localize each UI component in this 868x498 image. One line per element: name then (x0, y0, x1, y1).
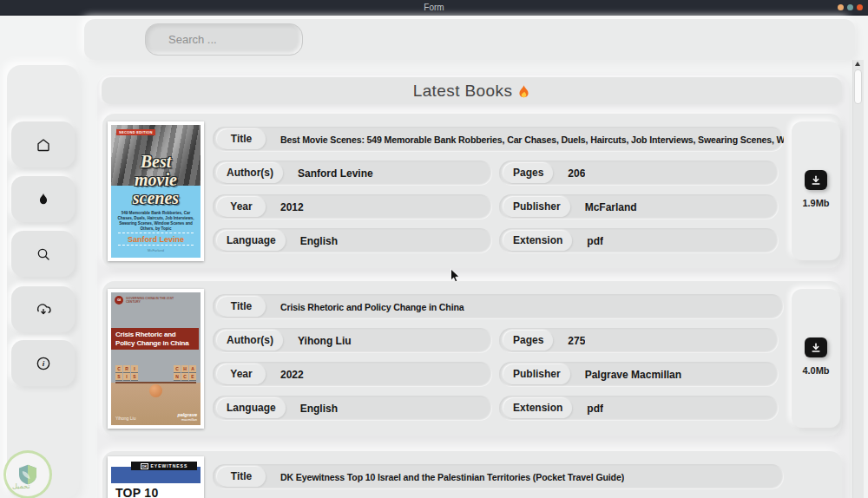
field-label: Publisher (503, 197, 570, 217)
book-cover: GI GOVERNING CHINA IN THE 21ST CENTURY C… (108, 289, 204, 429)
download-panel: 4.0Mb (792, 289, 840, 428)
field-label: Language (217, 398, 286, 418)
publisher-logo: palgrave macmillan (177, 413, 197, 422)
flame-emoji-icon (517, 84, 530, 98)
seesaw (115, 382, 196, 383)
book-card: GI GOVERNING CHINA IN THE 21ST CENTURY C… (102, 281, 842, 436)
minimize-button[interactable] (838, 4, 844, 10)
field-label: Author(s) (217, 163, 283, 183)
search-icon (35, 246, 52, 263)
download-button[interactable] (805, 337, 827, 357)
info-icon: i (35, 355, 52, 372)
download-icon (810, 174, 822, 187)
field-label: Pages (503, 331, 553, 351)
field-row-pages: Pages 275 (499, 328, 779, 353)
dk-eyewitness-logo: DK EYEWITNESS (131, 462, 197, 470)
page-title-bar: Latest Books (102, 77, 842, 104)
download-panel: 1.9Mb (792, 121, 840, 260)
home-icon (35, 136, 52, 154)
field-label: Pages (503, 163, 553, 183)
cover-title: Crisis Rhetoric andPolicy Change in Chin… (111, 328, 199, 350)
sidebar: i (7, 65, 79, 498)
close-button[interactable] (857, 4, 863, 10)
download-button[interactable] (805, 170, 827, 190)
field-row-authors: Author(s) Yihong Liu (213, 328, 492, 353)
field-label: Year (217, 197, 266, 217)
svg-text:i: i (42, 359, 44, 368)
sidebar-item-search[interactable] (11, 231, 75, 277)
field-value-publisher: McFarland (585, 201, 637, 213)
book-cover: SECOND EDITION Bestmoviescenes 549 Memor… (108, 121, 204, 261)
download-icon (810, 342, 822, 354)
field-value-title: Crisis Rhetoric and Policy Change in Chi… (280, 302, 464, 312)
search-input[interactable] (145, 23, 303, 56)
field-row-pages: Pages 206 (499, 161, 779, 186)
field-row-publisher: Publisher Palgrave Macmillan (499, 362, 779, 387)
file-size: 4.0Mb (792, 365, 840, 376)
field-label: Title (217, 467, 266, 487)
cover-edition-ribbon: SECOND EDITION (116, 129, 155, 135)
field-value-authors: Yihong Liu (298, 335, 352, 347)
field-value-year: 2022 (280, 369, 304, 381)
cover-title: Bestmoviescenes (111, 153, 201, 207)
scrollbar-track[interactable] (852, 60, 864, 498)
field-value-language: English (300, 235, 338, 247)
maximize-button[interactable] (847, 4, 853, 10)
field-label: Title (217, 297, 266, 317)
letter-tiles-chance: CHA NCE (174, 365, 196, 380)
titlebar: Form (0, 0, 868, 16)
field-value-pages: 206 (568, 167, 585, 180)
field-value-authors: Sanford Levine (298, 167, 373, 180)
book-card: SECOND EDITION Bestmoviescenes 549 Memor… (102, 114, 842, 268)
field-label: Extension (503, 398, 572, 418)
field-value-year: 2012 (280, 201, 304, 213)
field-value-extension: pdf (587, 403, 603, 415)
field-row-language: Language English (213, 396, 492, 421)
field-row-publisher: Publisher McFarland (499, 194, 779, 220)
field-row-language: Language English (213, 228, 492, 253)
field-row-extension: Extension pdf (499, 396, 779, 421)
flame-icon (35, 191, 52, 208)
sidebar-item-popular[interactable] (11, 176, 75, 222)
search-panel (84, 19, 855, 60)
field-row-year: Year 2012 (213, 194, 492, 220)
field-row-extension: Extension pdf (499, 228, 779, 253)
field-value-title: DK Eyewitness Top 10 Israel and the Pale… (280, 472, 624, 482)
field-label: Title (217, 129, 266, 149)
sidebar-item-downloads[interactable] (11, 286, 75, 332)
scroll-up-arrow[interactable] (855, 62, 860, 66)
field-value-language: English (300, 403, 338, 415)
window-controls (838, 4, 863, 10)
cover-author: Sanford Levine (118, 233, 194, 246)
field-row-title: Title Best Movie Scenes: 549 Memorable B… (213, 127, 784, 152)
letter-tiles-crisis: CRI SIS (115, 365, 138, 380)
cloud-download-icon (35, 301, 52, 318)
cover-series-badge: GI (115, 296, 123, 305)
cover-author: Yihong Liu (115, 416, 135, 421)
field-label: Extension (503, 231, 572, 251)
field-label: Language (217, 231, 286, 251)
field-value-publisher: Palgrave Macmillan (585, 369, 681, 381)
cover-footer: McFarland (111, 248, 201, 252)
field-row-title: Title Crisis Rhetoric and Policy Change … (213, 294, 784, 319)
file-size: 1.9Mb (792, 198, 840, 208)
scrollbar-thumb[interactable] (854, 69, 862, 104)
sidebar-item-home[interactable] (11, 121, 75, 167)
cover-series: GOVERNING CHINA IN THE 21ST CENTURY (126, 297, 187, 304)
book-card: DK EYEWITNESS TOP 10 ISRAEL AND Title DK… (102, 451, 842, 498)
cover-subtitle: 549 Memorable Bank Robberies, Car Chases… (111, 211, 201, 232)
field-row-authors: Author(s) Sanford Levine (213, 161, 492, 186)
field-row-title: Title DK Eyewitness Top 10 Israel and th… (213, 464, 784, 489)
field-label: Author(s) (217, 331, 283, 351)
field-label: Year (217, 364, 266, 384)
sidebar-item-about[interactable]: i (11, 340, 75, 386)
field-label: Publisher (503, 364, 570, 384)
cover-title: TOP 10 (115, 486, 159, 498)
book-cover: DK EYEWITNESS TOP 10 ISRAEL AND (108, 456, 204, 498)
field-value-title: Best Movie Scenes: 549 Memorable Bank Ro… (280, 134, 784, 145)
field-row-year: Year 2022 (213, 362, 492, 387)
page-title: Latest Books (413, 82, 513, 101)
field-value-extension: pdf (587, 235, 603, 247)
field-value-pages: 275 (568, 335, 585, 347)
window-title: Form (0, 0, 868, 15)
